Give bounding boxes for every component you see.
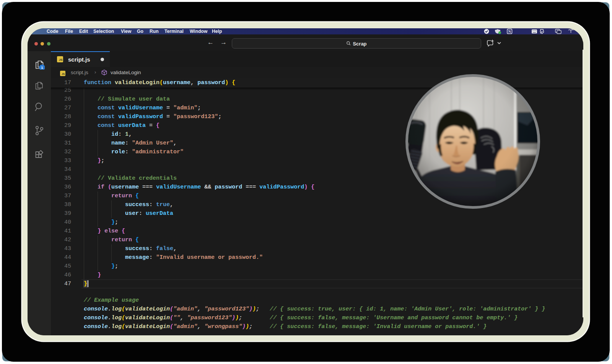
svg-text:N: N <box>508 29 511 34</box>
svg-text:1: 1 <box>41 65 43 70</box>
